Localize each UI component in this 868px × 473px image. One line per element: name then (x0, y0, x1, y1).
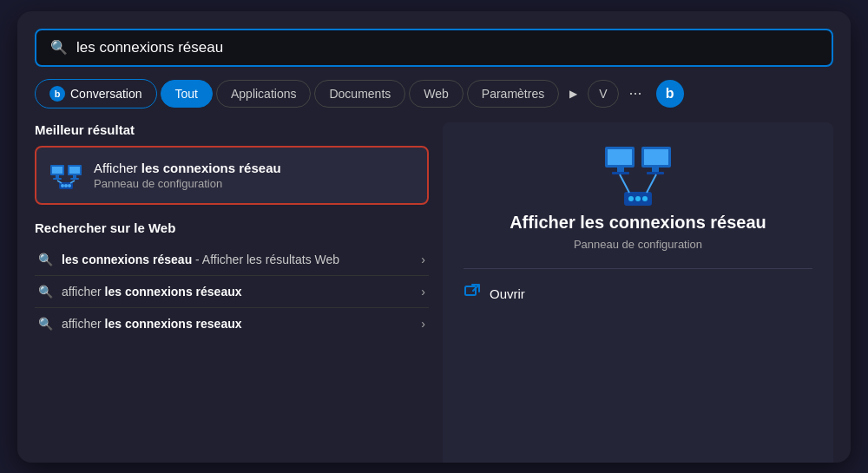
tab-applications[interactable]: Applications (216, 80, 312, 108)
web-item-1[interactable]: 🔍 les connexions réseau - Afficher les r… (35, 244, 429, 276)
search-icon: 🔍 (50, 39, 68, 56)
right-app-title: Afficher les connexions réseau (510, 213, 766, 233)
network-connections-icon (49, 158, 83, 193)
svg-point-10 (64, 184, 68, 187)
best-result-text: Afficher les connexions réseau Panneau d… (94, 161, 281, 190)
svg-line-26 (620, 174, 629, 193)
tab-more-arrow[interactable]: ▶ (562, 82, 584, 106)
tab-conversation[interactable]: b Conversation (35, 79, 157, 108)
svg-rect-2 (56, 175, 59, 178)
tab-parametres-label: Paramètres (482, 87, 544, 101)
right-panel: Afficher les connexions réseau Panneau d… (443, 122, 833, 463)
svg-line-12 (57, 181, 62, 183)
svg-rect-16 (617, 168, 624, 172)
svg-rect-20 (652, 168, 659, 172)
web-search-icon-2: 🔍 (38, 285, 53, 299)
svg-rect-6 (73, 175, 76, 178)
svg-point-9 (61, 184, 64, 187)
web-item-1-text: les connexions réseau - Afficher les rés… (62, 253, 412, 266)
web-search-section-title: Rechercher sur le Web (35, 220, 429, 235)
svg-line-27 (647, 174, 656, 193)
svg-rect-21 (647, 172, 664, 174)
best-result-card[interactable]: Afficher les connexions réseau Panneau d… (35, 146, 429, 205)
svg-rect-1 (52, 167, 62, 174)
web-search-icon-1: 🔍 (38, 253, 53, 266)
bing-icon-conversation: b (49, 86, 65, 102)
svg-rect-7 (70, 178, 79, 180)
tab-conversation-label: Conversation (70, 87, 142, 101)
web-item-3[interactable]: 🔍 afficher les connexions reseaux › (35, 308, 429, 339)
search-input[interactable] (76, 39, 818, 56)
tab-parametres[interactable]: Paramètres (467, 80, 559, 108)
svg-point-24 (635, 196, 641, 201)
main-content: Meilleur résultat (35, 122, 833, 463)
tab-documents[interactable]: Documents (314, 80, 405, 108)
web-item-2[interactable]: 🔍 afficher les connexions réseaux › (35, 276, 429, 308)
tab-ellipsis[interactable]: ··· (622, 81, 649, 106)
open-external-icon (464, 283, 481, 305)
tab-web[interactable]: Web (409, 80, 464, 108)
svg-line-13 (70, 181, 75, 183)
web-item-1-chevron: › (421, 253, 425, 266)
tabs-row: b Conversation Tout Applications Documen… (35, 79, 833, 108)
web-item-3-chevron: › (421, 317, 425, 331)
svg-rect-19 (644, 149, 668, 165)
right-app-subtitle: Panneau de configuration (574, 238, 702, 251)
bing-icon-right[interactable]: b (656, 80, 684, 108)
left-panel: Meilleur résultat (35, 122, 443, 463)
right-app-icon (603, 143, 673, 213)
web-item-3-text: afficher les connexions reseaux (62, 317, 412, 331)
tab-tout[interactable]: Tout (161, 80, 213, 108)
svg-point-25 (642, 196, 648, 201)
svg-rect-15 (608, 149, 632, 165)
best-result-title: Afficher les connexions réseau (94, 161, 281, 175)
tab-web-label: Web (424, 87, 449, 101)
web-search-icon-3: 🔍 (38, 317, 53, 331)
open-label: Ouvrir (490, 286, 525, 301)
web-item-2-text: afficher les connexions réseaux (62, 285, 412, 299)
svg-rect-5 (69, 167, 80, 174)
open-button[interactable]: Ouvrir (464, 283, 525, 305)
web-item-2-chevron: › (421, 285, 425, 299)
svg-rect-3 (53, 178, 62, 180)
tab-tout-label: Tout (175, 87, 198, 101)
tab-v[interactable]: V (588, 80, 618, 108)
search-bar: 🔍 (35, 29, 833, 67)
tab-documents-label: Documents (329, 87, 391, 101)
svg-point-23 (628, 196, 634, 201)
right-divider (464, 268, 812, 269)
search-panel: 🔍 b Conversation Tout Applications Docum… (17, 11, 851, 463)
best-result-subtitle: Panneau de configuration (94, 177, 281, 190)
svg-point-11 (68, 184, 71, 187)
tab-applications-label: Applications (231, 87, 297, 101)
best-result-section-title: Meilleur résultat (35, 122, 429, 137)
svg-rect-17 (612, 172, 629, 174)
